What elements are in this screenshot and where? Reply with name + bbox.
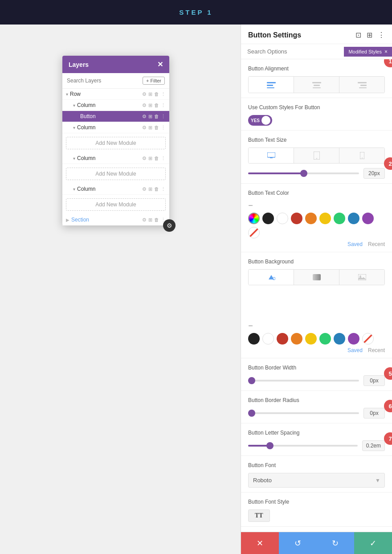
color-swatch-red[interactable] [291,213,302,224]
layers-close-button[interactable]: ✕ [157,60,163,69]
more-icon[interactable]: ⋮ [161,186,166,192]
copy-icon[interactable]: ⊞ [148,125,152,131]
settings-icon[interactable]: ⚙ [142,217,147,223]
button-letter-spacing-label: Button Letter Spacing [248,430,385,436]
bg-color-tab[interactable] [249,270,294,285]
add-new-module-button-2[interactable]: Add New Module [66,168,166,180]
search-options-input[interactable] [241,44,344,59]
use-custom-styles-section: Use Custom Styles For Button YES [241,98,392,131]
delete-icon[interactable]: 🗑 [154,103,159,108]
layers-column2-item[interactable]: ▾ Column ⚙ ⊞ 🗑 ⋮ [62,122,169,133]
more-icon[interactable]: ⋮ [161,156,166,161]
color-swatch-white[interactable] [277,213,288,224]
color-picker-swatch[interactable] [248,213,260,224]
modified-styles-close-button[interactable]: × [384,49,388,55]
copy-icon[interactable]: ⊞ [148,156,152,161]
delete-icon[interactable]: 🗑 [154,114,159,119]
color-more-button[interactable]: ··· [248,201,252,210]
font-style-button[interactable]: TT [248,509,270,522]
color-eraser-swatch[interactable] [248,227,260,238]
more-icon[interactable]: ⋮ [161,103,166,108]
font-select[interactable]: Roboto Open Sans Lato Montserrat [248,473,385,488]
bg-eraser-swatch[interactable] [362,333,374,345]
tablet-tab[interactable] [294,148,339,163]
bg-recent-colors-tab[interactable]: Recent [368,347,385,353]
layers-button-item[interactable]: Button ⚙ ⊞ 🗑 ⋮ [62,111,169,122]
bg-swatch-yellow[interactable] [305,333,317,345]
settings-icon[interactable]: ⚙ [142,114,147,119]
delete-icon[interactable]: 🗑 [154,91,159,97]
color-swatch-black[interactable] [262,213,274,224]
main-area: Layers ✕ + Filter ▾ Row ⚙ ⊞ 🗑 ⋮ ▾ [0,25,392,554]
color-swatch-green[interactable] [334,213,345,224]
copy-icon[interactable]: ⊞ [148,114,152,119]
more-options-icon[interactable]: ⋮ [378,31,385,39]
custom-styles-toggle[interactable]: YES [248,115,272,126]
use-custom-styles-label: Use Custom Styles For Button [248,104,385,111]
cancel-button[interactable]: ✕ [241,532,279,554]
undo-button[interactable]: ↺ [279,532,317,554]
copy-icon[interactable]: ⊞ [148,217,152,223]
delete-icon[interactable]: 🗑 [154,186,159,192]
more-icon[interactable]: ⋮ [161,91,166,97]
chevron-down-icon: ▾ [66,92,68,97]
color-swatch-purple[interactable] [362,213,374,224]
layers-gear-icon[interactable]: ⚙ [163,219,176,232]
annotation-6: 6 [384,400,392,412]
letter-spacing-slider[interactable] [248,445,358,447]
color-swatch-blue[interactable] [348,213,359,224]
settings-icon[interactable]: ⚙ [142,91,147,97]
settings-icon[interactable]: ⚙ [142,125,147,131]
text-size-slider[interactable] [248,172,359,174]
add-new-module-button-3[interactable]: Add New Module [66,198,166,211]
settings-icon[interactable]: ⚙ [142,156,147,161]
saved-colors-tab[interactable]: Saved [347,241,363,247]
layers-row-item[interactable]: ▾ Row ⚙ ⊞ 🗑 ⋮ [62,89,169,100]
mobile-tab[interactable] [339,148,384,163]
bg-swatch-white[interactable] [262,333,274,345]
screenshot-icon[interactable]: ⊡ [355,31,361,39]
chevron-down-icon: ▾ [73,125,75,130]
desktop-tab[interactable] [249,148,294,163]
bg-swatch-orange[interactable] [291,333,302,345]
align-right-button[interactable] [339,77,384,93]
delete-icon[interactable]: 🗑 [154,125,159,130]
layers-column3-item[interactable]: ▾ Column ⚙ ⊞ 🗑 ⋮ [62,153,169,164]
add-new-module-button-1[interactable]: Add New Module [66,137,166,149]
layers-column1-item[interactable]: ▾ Column ⚙ ⊞ 🗑 ⋮ [62,100,169,111]
layers-section-item[interactable]: ▶ Section ⚙ ⊞ 🗑 ⋮ [62,214,169,226]
bg-saved-colors-tab[interactable]: Saved [347,347,363,353]
more-icon[interactable]: ⋮ [161,114,166,119]
bg-color-picker-area [248,285,385,321]
bg-image-tab[interactable] [339,270,384,285]
color-swatch-orange[interactable] [305,213,317,224]
border-radius-slider[interactable] [248,412,359,414]
copy-icon[interactable]: ⊞ [148,103,152,108]
svg-rect-0 [267,82,276,83]
align-left-button[interactable] [249,77,294,93]
bg-color-more-button[interactable]: ··· [248,321,252,330]
layers-search-input[interactable] [67,78,140,84]
bg-swatch-black[interactable] [248,333,260,345]
delete-icon[interactable]: 🗑 [154,156,159,161]
settings-icon[interactable]: ⚙ [142,103,147,108]
bg-swatch-red[interactable] [277,333,288,345]
layers-column4-item[interactable]: ▾ Column ⚙ ⊞ 🗑 ⋮ [62,184,169,195]
bg-swatch-purple[interactable] [348,333,359,345]
delete-icon[interactable]: 🗑 [154,217,159,222]
copy-icon[interactable]: ⊞ [148,91,152,97]
layers-filter-button[interactable]: + Filter [143,77,165,85]
copy-icon[interactable]: ⊞ [148,186,152,192]
save-button[interactable]: ✓ [354,532,392,554]
border-width-slider[interactable] [248,380,359,382]
layout-icon[interactable]: ⊞ [367,31,372,39]
align-center-button[interactable] [294,77,339,93]
more-icon[interactable]: ⋮ [161,125,166,131]
color-swatch-yellow[interactable] [319,213,331,224]
bg-swatch-green[interactable] [319,333,331,345]
recent-colors-tab[interactable]: Recent [368,241,385,247]
bg-gradient-tab[interactable] [294,270,339,285]
bg-swatch-blue[interactable] [334,333,345,345]
redo-button[interactable]: ↻ [317,532,355,554]
settings-icon[interactable]: ⚙ [142,186,147,192]
